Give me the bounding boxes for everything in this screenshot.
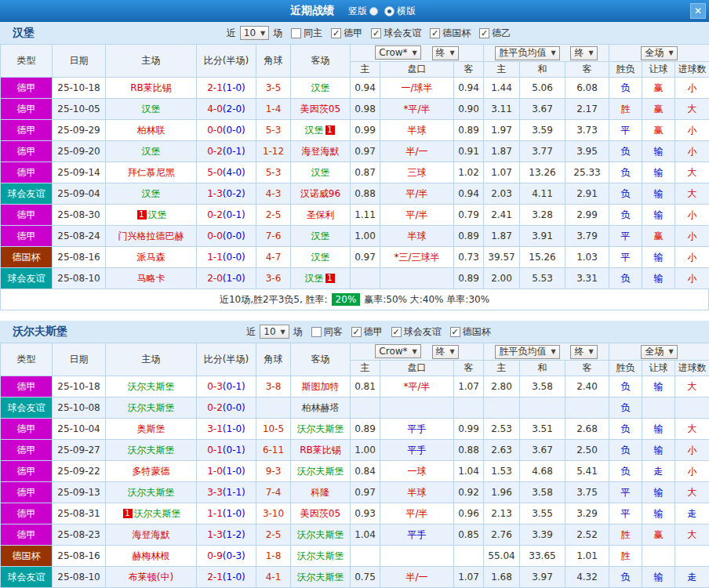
- home-team-link[interactable]: 布莱顿(中): [129, 572, 173, 583]
- filter-label: 同客: [324, 325, 343, 339]
- avg-time-select[interactable]: 终▼: [570, 345, 597, 359]
- home-team-link[interactable]: RB莱比锡: [130, 82, 172, 93]
- avg-away-cell: 5.41: [565, 461, 609, 482]
- league-filter-德甲[interactable]: ✓德甲: [331, 27, 362, 40]
- odds-time-select[interactable]: 终▼: [432, 46, 459, 60]
- away-team-link[interactable]: 圣保利: [307, 209, 335, 220]
- odds-time-select[interactable]: 终▼: [432, 345, 459, 359]
- away-team-cell: 沃尔夫斯堡: [291, 567, 351, 588]
- home-team-link[interactable]: 门兴格拉德巴赫: [118, 230, 184, 241]
- close-icon[interactable]: ✕: [690, 3, 706, 19]
- away-team-link[interactable]: 汉堡: [305, 125, 324, 136]
- home-team-link[interactable]: 汉堡: [142, 146, 161, 157]
- checkbox-icon[interactable]: [311, 327, 322, 337]
- home-team-link[interactable]: 多特蒙德: [133, 466, 170, 477]
- checkbox-icon[interactable]: ✓: [371, 28, 381, 38]
- away-team-link[interactable]: 沃尔夫斯堡: [297, 529, 344, 540]
- home-team-link[interactable]: 沃尔夫斯堡: [128, 381, 175, 392]
- layout-option-vertical[interactable]: 竖版: [348, 5, 378, 18]
- score-cell: 0-9(0-3): [197, 546, 256, 567]
- away-team-link[interactable]: 柏林赫塔: [302, 402, 340, 413]
- avg-source-select[interactable]: 胜平负均值▼: [495, 46, 559, 60]
- odds-source-select[interactable]: Crow*▼: [375, 45, 420, 60]
- checkbox-icon[interactable]: [291, 28, 301, 38]
- league-filter-球会友谊[interactable]: ✓球会友谊: [371, 27, 421, 40]
- goals-cell: 小: [675, 247, 709, 268]
- result-cell: 负: [609, 397, 642, 419]
- filter-label: 球会友谊: [384, 27, 421, 40]
- home-team-link[interactable]: 拜仁慕尼黑: [128, 167, 175, 178]
- away-team-link[interactable]: 汉堡: [311, 252, 330, 263]
- checkbox-icon[interactable]: ✓: [351, 327, 362, 337]
- handicap-result-cell: 输: [642, 376, 675, 397]
- checkbox-icon[interactable]: ✓: [391, 327, 402, 337]
- avg-draw-cell: 3.51: [520, 419, 565, 440]
- date-cell: 25-08-23: [53, 524, 106, 546]
- home-team-link[interactable]: 柏林联: [137, 125, 165, 136]
- away-team-link[interactable]: 美因茨05: [300, 508, 340, 519]
- radio-unselected-icon[interactable]: [369, 7, 378, 16]
- away-team-link[interactable]: 沃尔夫斯堡: [297, 572, 344, 583]
- away-team-cell: 美因茨05: [291, 99, 351, 120]
- home-team-link[interactable]: 派马森: [137, 252, 165, 263]
- avg-source-select[interactable]: 胜平负均值▼: [495, 345, 559, 359]
- checkbox-icon[interactable]: ✓: [450, 327, 460, 337]
- avg-away-cell: 2.99: [565, 205, 609, 226]
- away-team-link[interactable]: 汉诺威96: [300, 188, 340, 199]
- fulltime-select[interactable]: 全场▼: [641, 46, 677, 60]
- home-team-link[interactable]: 海登海默: [133, 529, 170, 540]
- home-team-cell: 沃尔夫斯堡: [106, 482, 197, 503]
- home-team-link[interactable]: 赫梅林根: [133, 550, 170, 561]
- goals-cell: 小: [675, 461, 709, 482]
- odds-source-select[interactable]: Crow*▼: [375, 344, 420, 358]
- match-count-select[interactable]: 10▼: [260, 325, 289, 339]
- fulltime-select[interactable]: 全场▼: [641, 345, 677, 359]
- home-team-link[interactable]: 马略卡: [137, 273, 165, 284]
- away-team-link[interactable]: RB莱比锡: [300, 445, 341, 456]
- checkbox-icon[interactable]: ✓: [479, 28, 489, 38]
- away-team-link[interactable]: 汉堡: [311, 82, 330, 93]
- checkbox-icon[interactable]: ✓: [331, 28, 341, 38]
- league-filter-德甲[interactable]: ✓德甲: [351, 325, 383, 339]
- away-team-link[interactable]: 汉堡: [305, 273, 324, 284]
- away-team-link[interactable]: 斯图加特: [302, 381, 340, 392]
- away-team-link[interactable]: 海登海默: [302, 146, 340, 157]
- away-team-link[interactable]: 科隆: [311, 487, 330, 498]
- col-avg-home: 主: [484, 62, 520, 78]
- league-filter-德乙[interactable]: ✓德乙: [479, 27, 511, 40]
- away-team-link[interactable]: 沃尔夫斯堡: [297, 423, 344, 434]
- away-team-link[interactable]: 美因茨05: [300, 103, 340, 114]
- avg-time-select[interactable]: 终▼: [570, 46, 597, 60]
- league-filter-球会友谊[interactable]: ✓球会友谊: [391, 325, 442, 339]
- home-team-link[interactable]: 沃尔夫斯堡: [134, 508, 181, 519]
- home-team-link[interactable]: 奥斯堡: [137, 423, 165, 434]
- away-team-link[interactable]: 沃尔夫斯堡: [297, 466, 344, 477]
- corner-cell: 4-3: [256, 183, 291, 205]
- league-filter-同客[interactable]: 同客: [311, 325, 343, 339]
- league-filter-德国杯[interactable]: ✓德国杯: [450, 325, 491, 339]
- league-filter-同主[interactable]: 同主: [291, 27, 322, 40]
- home-team-link[interactable]: 沃尔夫斯堡: [128, 445, 175, 456]
- away-team-link[interactable]: 汉堡: [311, 230, 330, 241]
- layout-option-horizontal[interactable]: 横版: [384, 5, 416, 18]
- full-score: 1-3: [207, 188, 223, 199]
- radio-selected-icon[interactable]: [384, 6, 394, 16]
- home-team-link[interactable]: 汉堡: [142, 188, 161, 199]
- filter-near-label: 近: [246, 325, 256, 339]
- home-team-link[interactable]: 汉堡: [142, 103, 161, 114]
- avg-home-cell: 1.68: [484, 567, 520, 588]
- league-filter-德国杯[interactable]: ✓德国杯: [430, 27, 471, 40]
- home-team-link[interactable]: 沃尔夫斯堡: [128, 487, 175, 498]
- odds-away-cell: 0.94: [454, 78, 484, 99]
- away-team-link[interactable]: 沃尔夫斯堡: [297, 550, 344, 561]
- checkbox-icon[interactable]: ✓: [430, 28, 440, 38]
- away-team-link[interactable]: 汉堡: [311, 167, 330, 178]
- goals-cell: 小: [675, 440, 709, 461]
- league-cell: 德甲: [1, 419, 53, 440]
- match-count-select[interactable]: 10▼: [240, 26, 269, 40]
- avg-away-cell: 6.08: [565, 78, 609, 99]
- home-team-link[interactable]: 汉堡: [148, 209, 167, 220]
- home-team-link[interactable]: 沃尔夫斯堡: [128, 402, 175, 413]
- score-cell: 1-0(1-0): [197, 461, 256, 482]
- full-score: 0-2: [207, 402, 223, 413]
